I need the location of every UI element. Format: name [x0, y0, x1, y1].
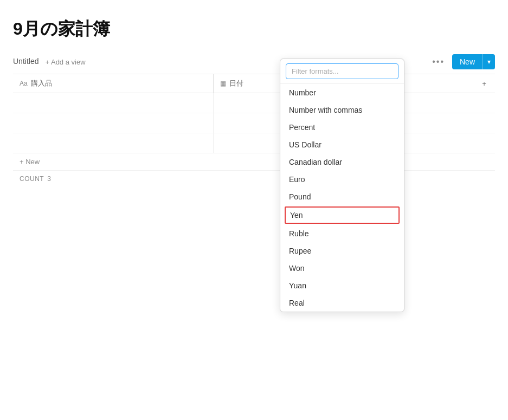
new-button-chevron[interactable]: ▾	[483, 54, 495, 69]
dropdown-list: Number Number with commas Percent US Dol…	[280, 84, 404, 312]
column-header-name: Aa 購入品	[13, 74, 214, 93]
count-label: COUNT	[20, 175, 44, 183]
toolbar-left: Untitled + Add a view	[13, 55, 86, 69]
format-option-pound[interactable]: Pound	[280, 188, 404, 205]
table-row	[13, 93, 495, 113]
format-option-percent[interactable]: Percent	[280, 119, 404, 136]
cell-name-2[interactable]	[13, 113, 214, 133]
format-option-ruble[interactable]: Ruble	[280, 225, 404, 242]
dropdown-search-wrapper	[280, 59, 404, 84]
text-icon: Aa	[20, 80, 28, 87]
filter-formats-input[interactable]	[286, 63, 398, 79]
format-option-us-dollar[interactable]: US Dollar	[280, 136, 404, 153]
format-option-canadian-dollar[interactable]: Canadian dollar	[280, 153, 404, 171]
add-column-button[interactable]: +	[473, 74, 495, 93]
format-option-yen[interactable]: Yen	[285, 206, 400, 224]
tab-untitled[interactable]: Untitled	[13, 55, 38, 69]
format-option-real[interactable]: Real	[280, 294, 404, 312]
format-option-won[interactable]: Won	[280, 260, 404, 277]
more-options-button[interactable]: •••	[429, 55, 448, 69]
toolbar-right: ••• New ▾	[429, 54, 495, 69]
new-button[interactable]: New	[452, 54, 483, 69]
count-row: COUNT 3	[13, 171, 495, 187]
date-icon: ▦	[220, 80, 226, 87]
new-button-container: New ▾	[452, 54, 495, 69]
add-view-button[interactable]: + Add a view	[45, 58, 85, 66]
format-dropdown: Number Number with commas Percent US Dol…	[280, 59, 404, 312]
cell-name-3[interactable]	[13, 133, 214, 153]
page-title: 9月の家計簿	[13, 17, 495, 41]
table-row	[13, 113, 495, 133]
column-label-name: 購入品	[31, 79, 52, 88]
table-row	[13, 133, 495, 153]
cell-name-1[interactable]	[13, 93, 214, 113]
table: Aa 購入品 ▦ 日付 + + New COUNT	[13, 74, 495, 187]
format-option-yuan[interactable]: Yuan	[280, 277, 404, 294]
format-option-number[interactable]: Number	[280, 84, 404, 101]
column-label-date: 日付	[229, 79, 243, 88]
toolbar: Untitled + Add a view ••• New ▾	[13, 54, 495, 74]
new-row-button[interactable]: + New	[20, 158, 40, 166]
table-header: Aa 購入品 ▦ 日付 +	[13, 74, 495, 93]
count-value: 3	[47, 175, 51, 183]
table-footer: + New	[13, 153, 495, 171]
plus-icon: +	[482, 80, 486, 88]
format-option-euro[interactable]: Euro	[280, 171, 404, 188]
format-option-number-with-commas[interactable]: Number with commas	[280, 101, 404, 119]
page-container: 9月の家計簿 Untitled + Add a view ••• New ▾ A…	[0, 0, 508, 420]
format-option-rupee[interactable]: Rupee	[280, 242, 404, 260]
